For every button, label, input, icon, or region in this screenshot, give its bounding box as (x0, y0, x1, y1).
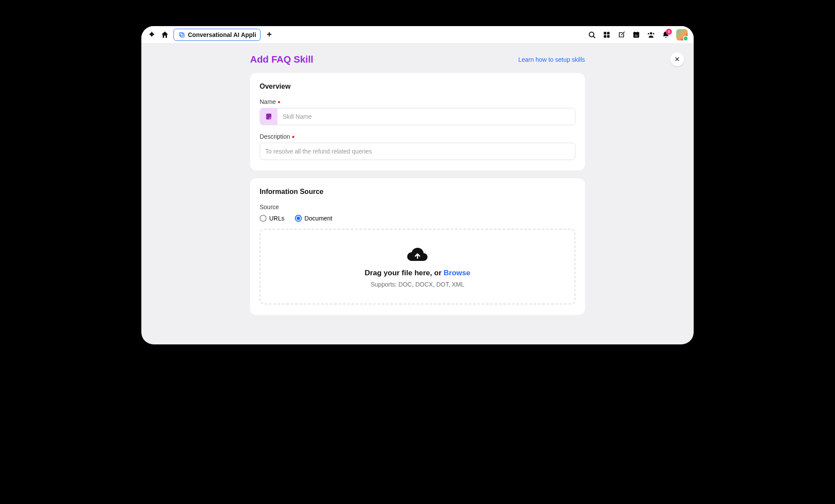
avatar[interactable] (676, 29, 688, 40)
dropzone-title: Drag your file here, or Browse (265, 269, 570, 277)
browse-link[interactable]: Browse (444, 269, 470, 277)
info-source-section-title: Information Source (260, 188, 575, 196)
form-wrap: Add FAQ Skill Learn how to setup skills … (250, 54, 585, 315)
radio-label-urls: URLs (269, 215, 284, 222)
svg-point-14 (648, 33, 649, 34)
dropzone-supports: Supports: DOC, DOCX, DOT, XML (265, 281, 570, 288)
active-tab[interactable]: Conversational AI Appli (174, 29, 261, 41)
copy-icon (178, 30, 185, 39)
description-label-text: Description (260, 133, 290, 140)
required-indicator: ● (292, 134, 295, 141)
radio-icon (260, 215, 267, 222)
app-window: Conversational AI Appli + 01 8 (141, 26, 694, 344)
notification-badge: 8 (666, 29, 672, 35)
svg-point-13 (650, 32, 652, 34)
compose-icon[interactable] (617, 30, 626, 39)
svg-line-3 (593, 36, 595, 38)
source-radio-document[interactable]: Document (295, 215, 332, 222)
name-input[interactable] (277, 108, 575, 125)
close-button[interactable] (670, 52, 684, 66)
svg-text:01: 01 (635, 34, 638, 37)
help-link[interactable]: Learn how to setup skills (518, 56, 585, 63)
source-radio-urls[interactable]: URLs (260, 215, 284, 222)
info-source-card: Information Source Source URLs Document (250, 178, 585, 315)
skill-avatar-icon[interactable] (260, 108, 277, 125)
topbar: Conversational AI Appli + 01 8 (141, 26, 694, 43)
svg-rect-6 (604, 35, 606, 37)
required-indicator: ● (277, 100, 281, 107)
notifications-icon[interactable]: 8 (661, 30, 670, 39)
search-icon[interactable] (588, 30, 596, 39)
active-tab-label: Conversational AI Appli (188, 31, 256, 38)
svg-rect-11 (638, 31, 638, 33)
radio-label-document: Document (304, 215, 332, 222)
source-label: Source (260, 204, 575, 210)
overview-card: Overview Name ● Description ● (250, 73, 585, 170)
svg-point-2 (589, 32, 594, 37)
svg-rect-9 (633, 32, 639, 33)
radio-icon (295, 215, 302, 222)
calendar-icon[interactable]: 01 (632, 30, 641, 39)
file-dropzone[interactable]: Drag your file here, or Browse Supports:… (260, 229, 575, 304)
page-title: Add FAQ Skill (250, 54, 313, 65)
name-label-text: Name (260, 98, 276, 105)
source-radio-group: URLs Document (260, 215, 575, 222)
svg-rect-7 (607, 35, 610, 37)
brand-logo-icon (147, 30, 156, 39)
cloud-upload-icon (407, 247, 428, 262)
users-icon[interactable] (647, 30, 655, 39)
svg-rect-5 (607, 32, 610, 34)
svg-rect-0 (180, 33, 184, 37)
topbar-right: 01 8 (588, 29, 688, 40)
topbar-left: Conversational AI Appli + (147, 29, 274, 41)
home-icon[interactable] (160, 30, 169, 39)
svg-rect-1 (180, 32, 183, 36)
name-label: Name ● (260, 98, 575, 105)
add-tab-button[interactable]: + (265, 30, 274, 39)
svg-point-15 (653, 33, 654, 34)
description-label: Description ● (260, 133, 575, 140)
apps-grid-icon[interactable] (602, 30, 611, 39)
overview-section-title: Overview (260, 83, 575, 90)
description-input[interactable] (260, 143, 575, 160)
page-body: Add FAQ Skill Learn how to setup skills … (141, 43, 694, 344)
heading-row: Add FAQ Skill Learn how to setup skills (250, 54, 585, 65)
svg-rect-4 (604, 32, 606, 34)
svg-rect-10 (635, 31, 635, 33)
name-field-wrap (260, 108, 575, 125)
dropzone-text: Drag your file here, or (365, 269, 444, 277)
